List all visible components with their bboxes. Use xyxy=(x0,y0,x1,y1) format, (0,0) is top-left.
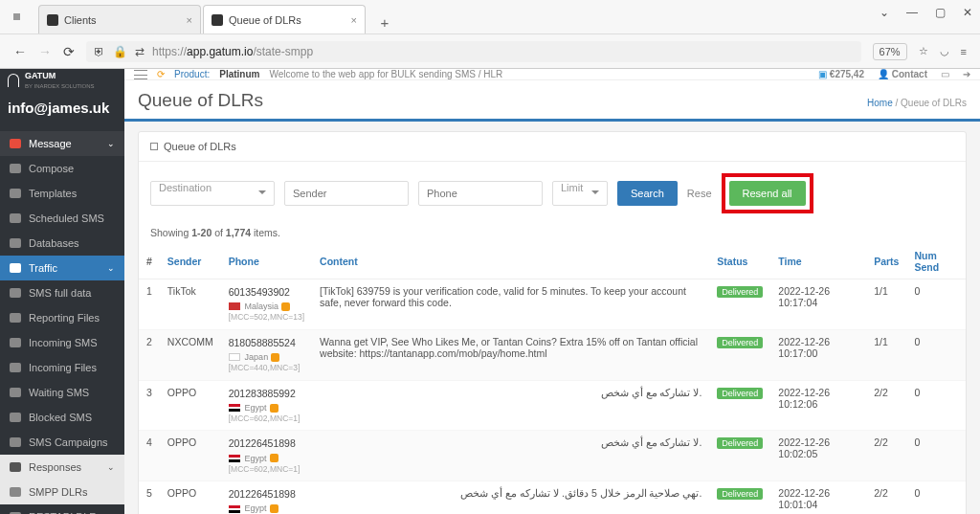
back-button[interactable]: ← xyxy=(13,44,27,59)
sender-input[interactable] xyxy=(284,181,409,206)
minimize-button[interactable]: — xyxy=(906,6,918,19)
cell-numsend: 0 xyxy=(906,279,966,330)
hourglass-icon xyxy=(10,388,21,397)
cell-idx: 4 xyxy=(139,431,160,481)
clock-icon xyxy=(10,213,21,223)
sidebar-item-reporting[interactable]: Reporting Files xyxy=(0,305,124,330)
phone-input[interactable] xyxy=(418,181,543,206)
refresh-icon[interactable]: ⟳ xyxy=(157,69,165,79)
col-sender[interactable]: Sender xyxy=(160,244,221,279)
file-icon xyxy=(10,313,21,323)
download-icon xyxy=(10,363,21,372)
breadcrumb-home[interactable]: Home xyxy=(867,98,893,108)
window-controls: ⌄ — ▢ ✕ xyxy=(880,6,972,19)
reload-button[interactable]: ⟳ xyxy=(63,44,75,59)
pocket-icon[interactable]: ◡ xyxy=(940,45,949,57)
destination-select[interactable]: Destination xyxy=(150,181,275,206)
address-bar[interactable]: ⛨ 🔒 ⇄ https://app.gatum.io/state-smpp xyxy=(86,41,861,62)
cell-time: 2022-12-26 10:02:05 xyxy=(770,431,866,481)
sidebar-item-responses[interactable]: Responses⌄ xyxy=(0,455,124,480)
col-phone[interactable]: Phone xyxy=(221,244,312,279)
limit-select[interactable]: Limit xyxy=(552,181,608,206)
panel-icon xyxy=(150,143,158,150)
cell-phone: 818058885524 Japan [MCC=440,MNC=3] xyxy=(221,329,312,380)
col-numsend[interactable]: Num Send xyxy=(906,244,966,279)
lock-icon: 🔒 xyxy=(113,45,127,58)
sidebar-item-smsfull[interactable]: SMS full data xyxy=(0,280,124,305)
logo-icon xyxy=(8,74,19,87)
sidebar-item-message[interactable]: Message⌄ xyxy=(0,131,124,156)
operator-icon xyxy=(271,353,279,362)
menu-toggle-icon[interactable] xyxy=(134,70,147,79)
sidebar-item-incomingsms[interactable]: Incoming SMS xyxy=(0,330,124,355)
cell-content: [TikTok] 639759 is your verification cod… xyxy=(312,279,709,330)
sidebar-item-blocked[interactable]: Blocked SMS xyxy=(0,405,124,430)
cell-parts: 2/2 xyxy=(866,431,906,481)
sidebar-item-compose[interactable]: Compose xyxy=(0,156,124,181)
col-status[interactable]: Status xyxy=(709,244,770,279)
operator-icon xyxy=(270,504,278,513)
resend-truncated-text: Rese xyxy=(687,188,712,199)
cell-time: 2022-12-26 10:17:00 xyxy=(770,329,866,380)
zoom-indicator[interactable]: 67% xyxy=(873,43,907,60)
sidebar-item-smpp[interactable]: SMPP DLRs xyxy=(0,480,124,504)
firefox-indicator xyxy=(13,13,20,20)
cell-sender: OPPO xyxy=(160,481,221,514)
flag-icon[interactable]: ▭ xyxy=(941,69,949,79)
panel-header: Queue of DLRs xyxy=(139,132,966,162)
sidebar-item-traffic[interactable]: Traffic⌄ xyxy=(0,256,124,280)
cell-content: .تهي صلاحية الرمز خلال 5 دقائق. لا تشارك… xyxy=(312,481,709,514)
new-tab-button[interactable]: + xyxy=(373,11,396,34)
col-time[interactable]: Time xyxy=(770,244,866,279)
contact-link[interactable]: Contact xyxy=(892,69,927,79)
maximize-button[interactable]: ▢ xyxy=(935,6,946,19)
favicon xyxy=(212,14,223,26)
cell-sender: TikTok xyxy=(160,279,221,330)
highlight-box: Resend all xyxy=(722,173,813,213)
resend-all-button[interactable]: Resend all xyxy=(729,181,806,206)
cell-idx: 1 xyxy=(139,279,160,330)
cell-content: .لا تشاركه مع أي شخص xyxy=(312,380,709,431)
operator-icon xyxy=(270,454,278,462)
sidebar-item-restapi[interactable]: RESTAPI DLRs xyxy=(0,504,124,514)
flag-icon xyxy=(229,455,240,462)
logout-icon[interactable]: ➔ xyxy=(963,69,970,79)
cell-status: Delivered xyxy=(709,279,770,330)
cell-parts: 1/1 xyxy=(866,279,906,330)
star-icon[interactable]: ☆ xyxy=(919,45,928,57)
browser-tab-queue[interactable]: Queue of DLRs × xyxy=(203,5,366,34)
col-content[interactable]: Content xyxy=(312,244,709,279)
cell-status: Delivered xyxy=(709,380,770,431)
menu-icon[interactable]: ≡ xyxy=(961,46,967,57)
sidebar-item-waiting[interactable]: Waiting SMS xyxy=(0,380,124,405)
tab-title: Queue of DLRs xyxy=(229,14,301,26)
close-window-button[interactable]: ✕ xyxy=(963,6,972,19)
status-badge: Delivered xyxy=(717,286,763,298)
browser-toolbar: ← → ⟳ ⛨ 🔒 ⇄ https://app.gatum.io/state-s… xyxy=(0,34,980,69)
cell-numsend: 0 xyxy=(906,329,966,380)
sidebar-item-scheduled[interactable]: Scheduled SMS xyxy=(0,206,124,231)
filter-row: Destination Limit Search Rese Resend all xyxy=(139,162,966,225)
cell-status: Delivered xyxy=(709,431,770,481)
cell-time: 2022-12-26 10:17:04 xyxy=(770,279,866,330)
chevron-down-icon: ⌄ xyxy=(107,139,115,148)
sidebar-item-templates[interactable]: Templates xyxy=(0,181,124,206)
sidebar-item-campaigns[interactable]: SMS Campaigns xyxy=(0,430,124,455)
col-parts[interactable]: Parts xyxy=(866,244,906,279)
close-icon[interactable]: × xyxy=(351,14,357,26)
operator-icon xyxy=(281,302,290,311)
sidebar-item-incomingfiles[interactable]: Incoming Files xyxy=(0,355,124,380)
close-icon[interactable]: × xyxy=(187,14,192,26)
chevron-down-icon[interactable]: ⌄ xyxy=(880,6,889,19)
table-header-row: # Sender Phone Content Status Time Parts… xyxy=(139,244,966,279)
browser-tab-clients[interactable]: Clients × xyxy=(38,5,201,34)
block-icon xyxy=(10,413,21,422)
sidebar-item-databases[interactable]: Databases xyxy=(0,231,124,256)
dlr-table: # Sender Phone Content Status Time Parts… xyxy=(139,244,966,514)
status-badge: Delivered xyxy=(717,388,763,399)
breadcrumb: Home / Queue of DLRs xyxy=(867,98,967,108)
forward-button[interactable]: → xyxy=(38,44,52,59)
status-badge: Delivered xyxy=(717,488,763,500)
search-button[interactable]: Search xyxy=(617,181,678,206)
col-idx[interactable]: # xyxy=(139,244,160,279)
